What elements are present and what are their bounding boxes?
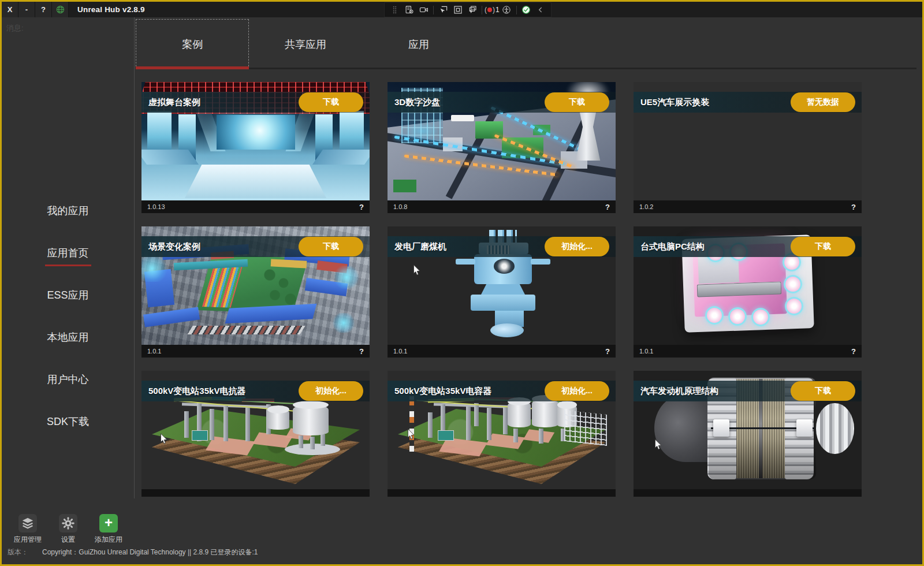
sidebar-item-3[interactable]: ESS应用 xyxy=(2,284,134,307)
app-help-button[interactable]: ? xyxy=(359,347,364,356)
accessibility-icon[interactable] xyxy=(500,3,514,16)
app-version: 1.0.13 xyxy=(147,203,165,210)
app-title: 汽车发动机原理结构 xyxy=(640,386,718,397)
thumb-art xyxy=(816,403,854,454)
card-footer: 1.0.1? xyxy=(388,345,616,358)
grip-icon[interactable] xyxy=(388,3,402,16)
sidebar-item-2[interactable]: 应用首页 xyxy=(2,241,134,265)
thumb-art xyxy=(785,297,803,315)
footer-tool[interactable]: 应用管理 xyxy=(11,514,44,545)
mouse-cursor-icon xyxy=(654,439,662,450)
icon-art: + xyxy=(105,516,113,530)
app-help-button[interactable]: ? xyxy=(851,203,856,211)
app-help-button[interactable]: ? xyxy=(851,347,856,356)
toolbar-separator xyxy=(433,6,434,14)
thumb-art xyxy=(192,431,207,440)
sidebar-item-4[interactable]: 本地应用 xyxy=(2,326,134,349)
thumb-art xyxy=(508,401,531,427)
app-card: 虚拟舞台案例下载1.0.13? xyxy=(141,82,370,213)
app-action-button[interactable]: 初始化... xyxy=(545,381,609,401)
cursor-multi-icon[interactable] xyxy=(465,3,479,16)
help-button[interactable]: ? xyxy=(35,2,52,17)
app-card: UE5汽车展示换装暂无数据1.0.2? xyxy=(634,82,862,213)
sidebar-item-6[interactable]: SDK下载 xyxy=(2,410,134,433)
app-help-button[interactable]: ? xyxy=(605,347,610,356)
sidebar-item-1[interactable]: 我的应用 xyxy=(2,199,134,222)
close-button[interactable]: X xyxy=(2,2,18,17)
thumb-art xyxy=(245,408,250,441)
app-title: 台式电脑PC结构 xyxy=(640,241,705,252)
icon-art xyxy=(62,523,65,524)
sidebar-menu: 我的应用应用首页ESS应用本地应用用户中心SDK下载 xyxy=(2,199,134,433)
app-title: 500kV变电站35kV电抗器 xyxy=(148,386,245,397)
camera-icon[interactable] xyxy=(416,3,431,16)
app-title: UE5汽车展示换装 xyxy=(640,97,709,108)
card-footer: 1.0.8? xyxy=(388,200,616,213)
mouse-cursor-icon xyxy=(407,429,415,440)
thumb-art xyxy=(141,255,168,282)
thumb-art xyxy=(513,429,518,442)
app-version: 1.0.1 xyxy=(639,348,653,355)
record-indicator[interactable]: ()1 xyxy=(485,3,500,16)
globe-icon[interactable] xyxy=(52,2,69,17)
app-thumbnail: 500kV变电站35kV电容器初始化... xyxy=(388,371,616,489)
thumb-art xyxy=(413,265,419,275)
app-thumbnail: 发电厂磨煤机初始化... xyxy=(388,226,616,345)
toolbar-separator xyxy=(482,6,482,14)
check-status-icon[interactable] xyxy=(519,3,534,16)
icon-art xyxy=(64,525,66,528)
capture-toolbar: ()1 xyxy=(384,2,552,17)
thumb-art xyxy=(655,440,661,449)
icon-art xyxy=(68,517,69,520)
footer-tool[interactable]: 设置 xyxy=(51,514,85,545)
app-action-button[interactable]: 下载 xyxy=(299,92,363,112)
thumb-art xyxy=(408,429,413,439)
thumb-art xyxy=(161,434,166,444)
thumb-art xyxy=(312,150,370,165)
card-footer: 1.0.13? xyxy=(141,200,370,213)
app-action-button[interactable]: 下载 xyxy=(545,92,609,112)
app-action-button[interactable]: 下载 xyxy=(791,381,855,401)
app-action-button[interactable]: 下载 xyxy=(299,237,363,256)
sidebar: 消息: 我的应用应用首页ESS应用本地应用用户中心SDK下载 xyxy=(2,17,134,564)
thumb-art xyxy=(487,408,491,440)
minimize-button[interactable]: - xyxy=(18,2,35,17)
app-card: 发电厂磨煤机初始化...1.0.1? xyxy=(388,226,616,358)
app-thumbnail: 虚拟舞台案例下载 xyxy=(141,82,370,200)
icon-art xyxy=(72,523,74,524)
app-action-button[interactable]: 初始化... xyxy=(299,381,363,401)
region-icon[interactable] xyxy=(450,3,465,16)
chevron-left-icon[interactable] xyxy=(534,3,548,16)
thumb-art xyxy=(654,439,662,450)
tab-3[interactable]: 应用 xyxy=(362,19,475,69)
thumb-art xyxy=(539,429,543,444)
add-app-icon: + xyxy=(99,514,118,533)
thumb-art xyxy=(705,306,724,325)
scene-settings-icon[interactable] xyxy=(402,3,416,16)
footer-tool[interactable]: +添加应用 xyxy=(92,514,125,545)
tab-2[interactable]: 共享应用 xyxy=(249,19,362,69)
app-action-button[interactable]: 初始化... xyxy=(545,237,609,256)
thumb-art xyxy=(728,307,747,326)
icon-art xyxy=(64,519,66,522)
sidebar-item-label: 本地应用 xyxy=(47,330,89,344)
app-help-button[interactable]: ? xyxy=(605,203,610,211)
app-card: 台式电脑PC结构下载1.0.1? xyxy=(634,226,862,358)
app-title: 发电厂磨煤机 xyxy=(394,241,446,252)
icon-art xyxy=(70,519,73,522)
sidebar-item-label: 应用首页 xyxy=(47,246,89,260)
tab-1[interactable]: 案例 xyxy=(136,19,249,69)
sidebar-item-5[interactable]: 用户中心 xyxy=(2,368,134,391)
mouse-cursor-icon xyxy=(413,265,420,276)
app-help-button[interactable]: ? xyxy=(359,203,364,211)
app-action-button[interactable]: 暂无数据 xyxy=(791,92,855,112)
app-action-button[interactable]: 下载 xyxy=(791,237,855,256)
thumb-art xyxy=(299,435,303,448)
mouse-cursor-icon xyxy=(160,433,167,445)
sidebar-item-label: 我的应用 xyxy=(47,204,89,218)
footer-tool-label: 应用管理 xyxy=(14,535,42,545)
cursor-frame-icon[interactable] xyxy=(436,3,450,16)
app-card: 3D数字沙盘下载1.0.8? xyxy=(388,82,616,213)
app-version: 1.0.8 xyxy=(393,203,407,210)
thumb-art xyxy=(531,259,550,265)
